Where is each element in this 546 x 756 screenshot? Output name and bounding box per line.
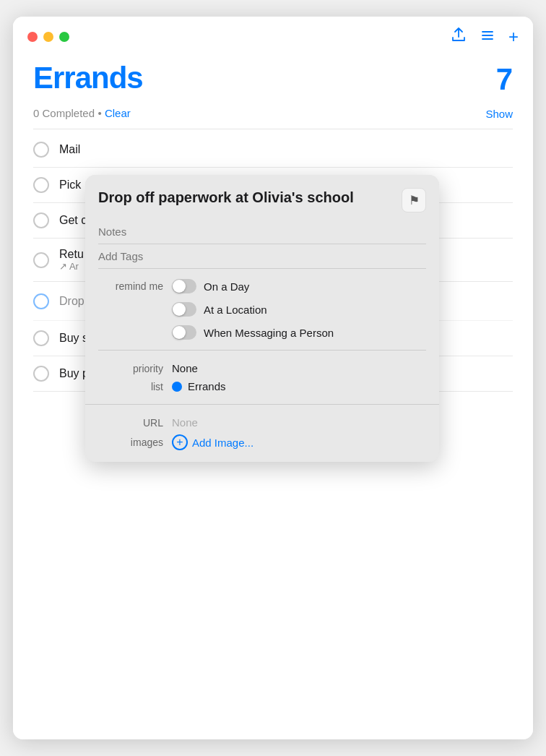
url-value: None — [172, 416, 198, 429]
url-section: URL None images + Add Image... — [85, 404, 439, 462]
list-dot — [172, 382, 182, 392]
remind-section: remind me On a Day At a Location When Me… — [85, 269, 439, 350]
reminder-checkbox-4[interactable] — [33, 252, 49, 268]
remind-day-toggle[interactable] — [172, 279, 196, 293]
maximize-button[interactable] — [59, 32, 69, 42]
remind-row-3: When Messaging a Person — [98, 325, 426, 340]
remind-label: remind me — [98, 280, 163, 292]
share-icon[interactable] — [451, 27, 467, 46]
url-label: URL — [98, 417, 163, 429]
priority-value: None — [172, 362, 198, 374]
list-row: list Errands — [98, 377, 426, 395]
page-header: Errands 7 — [33, 53, 513, 101]
page-count: 7 — [496, 61, 513, 97]
clear-button[interactable]: Clear — [105, 107, 131, 119]
traffic-lights — [27, 32, 69, 42]
add-image-button[interactable]: + Add Image... — [172, 434, 254, 450]
priority-label: priority — [98, 363, 163, 374]
reminder-content-4: Retu ↗ Ar — [59, 248, 84, 272]
list-label: list — [98, 381, 163, 392]
completed-bar: 0 Completed • Clear Show — [33, 101, 513, 129]
images-label: images — [98, 437, 163, 448]
flag-icon: ⚑ — [409, 193, 420, 208]
remind-message-toggle[interactable] — [172, 325, 196, 340]
main-window: + Errands 7 0 Completed • Clear Show Mai… — [13, 17, 533, 739]
remind-row-1: remind me On a Day — [98, 279, 426, 293]
popup-tags-section — [85, 244, 439, 268]
bullet: • — [98, 107, 105, 119]
tags-input[interactable] — [98, 244, 426, 268]
remind-location-toggle[interactable] — [172, 302, 196, 317]
page-title: Errands — [33, 61, 143, 95]
detail-popup: Drop off paperwork at Olivia's school ⚑ … — [85, 175, 439, 462]
reminder-text-1: Mail — [59, 143, 204, 156]
reminder-checkbox-3[interactable] — [33, 212, 49, 228]
reminder-item-1: Mail — [33, 132, 513, 168]
add-icon[interactable]: + — [508, 28, 519, 46]
reminder-checkbox-2[interactable] — [33, 177, 49, 193]
completed-text: 0 Completed — [33, 107, 95, 119]
remind-message-label: When Messaging a Person — [204, 327, 334, 339]
completed-info: 0 Completed • Clear — [33, 107, 131, 120]
images-row: images + Add Image... — [98, 431, 426, 453]
remind-location-label: At a Location — [204, 304, 267, 316]
add-image-label: Add Image... — [192, 437, 254, 449]
list-icon[interactable] — [480, 27, 495, 46]
reminder-checkbox-7[interactable] — [33, 366, 49, 382]
minimize-button[interactable] — [43, 32, 53, 42]
list-value: Errands — [188, 380, 226, 392]
remind-day-label: On a Day — [204, 280, 249, 293]
reminder-checkbox-5[interactable] — [33, 293, 49, 309]
reminder-text-4: Retu — [59, 248, 84, 261]
titlebar-actions: + — [451, 27, 519, 46]
popup-notes-section — [85, 220, 439, 244]
url-row: URL None — [98, 413, 426, 431]
priority-row: priority None — [98, 359, 426, 377]
titlebar: + — [13, 17, 533, 53]
reminder-checkbox-6[interactable] — [33, 330, 49, 346]
reminder-checkbox-1[interactable] — [33, 142, 49, 158]
popup-title: Drop off paperwork at Olivia's school — [98, 188, 394, 207]
add-image-plus-icon: + — [172, 434, 188, 450]
app-content: Errands 7 0 Completed • Clear Show Mail … — [13, 53, 533, 739]
close-button[interactable] — [27, 32, 38, 42]
remind-row-2: At a Location — [98, 302, 426, 317]
show-button[interactable]: Show — [485, 108, 513, 120]
meta-section: priority None list Errands — [85, 351, 439, 404]
popup-header: Drop off paperwork at Olivia's school ⚑ — [85, 175, 439, 220]
reminder-sub-4: ↗ Ar — [59, 261, 84, 272]
flag-button[interactable]: ⚑ — [402, 188, 426, 212]
notes-input[interactable] — [98, 220, 426, 244]
